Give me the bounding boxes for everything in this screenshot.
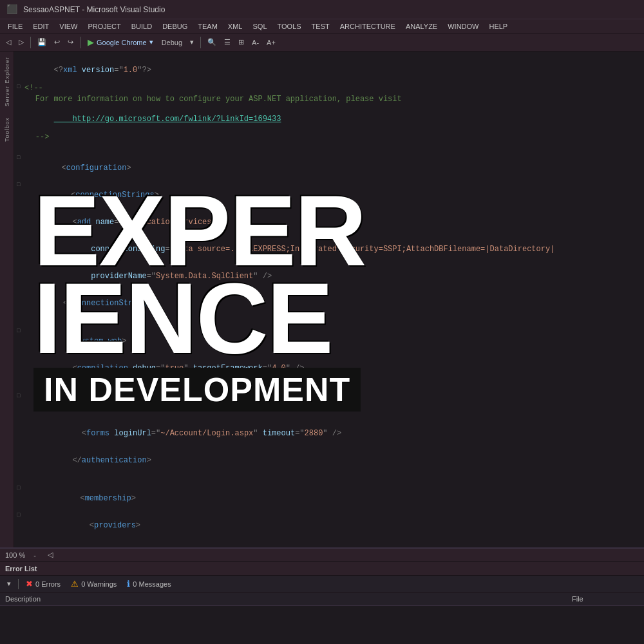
save-button[interactable]: 💾	[34, 37, 50, 48]
message-icon: ℹ	[127, 579, 130, 589]
code-line-23: <clear/>	[14, 539, 644, 547]
zoom-in-button[interactable]: A+	[263, 37, 279, 48]
menu-help[interactable]: HELP	[484, 21, 513, 32]
code-line-22: □ <providers>	[14, 512, 644, 539]
zoom-level: 100 %	[5, 551, 25, 559]
menu-tools[interactable]: TOOLS	[272, 21, 307, 32]
run-browser-label: Google Chrome	[97, 39, 147, 46]
format-button[interactable]: ☰	[221, 37, 234, 48]
code-line-7: □ <configuration>	[14, 155, 644, 182]
code-line-1: <?xml version="1.0"?>	[14, 57, 644, 84]
error-toolbar: ▾ ✖ 0 Errors ⚠ 0 Warnings ℹ 0 Messages	[0, 576, 644, 592]
zoom-out-button[interactable]: A-	[249, 37, 262, 48]
run-dropdown-icon[interactable]: ▾	[149, 38, 153, 46]
code-line-5: -->	[14, 133, 644, 144]
error-list-header: Error List	[0, 562, 644, 576]
code-line-6	[14, 144, 644, 155]
mode-dropdown[interactable]: ▾	[187, 37, 197, 48]
status-bar: 100 % - ◁	[0, 549, 644, 562]
mode-label: Debug	[158, 37, 185, 48]
forward-button[interactable]: ▷	[15, 37, 27, 48]
menu-bar: FILE EDIT VIEW PROJECT BUILD DEBUG TEAM …	[0, 19, 644, 33]
redo-button[interactable]: ↪	[64, 37, 77, 48]
error-list-title: Error List	[5, 565, 37, 573]
warnings-filter-button[interactable]: ⚠ 0 Warnings	[68, 578, 120, 590]
window-title: SessaoASPNET - Microsoft Visual Studio	[23, 5, 165, 14]
toolbar-separator-1	[30, 37, 31, 48]
toolbox-label[interactable]: Toolbox	[4, 112, 10, 147]
menu-analyze[interactable]: ANALYZE	[401, 21, 442, 32]
error-icon: ✖	[26, 579, 33, 589]
menu-project[interactable]: PROJECT	[82, 21, 126, 32]
description-column-header: Description	[0, 594, 567, 604]
messages-filter-button[interactable]: ℹ 0 Messages	[124, 578, 174, 590]
code-line-13	[14, 317, 644, 328]
menu-window[interactable]: WINDOW	[442, 21, 484, 32]
errors-filter-button[interactable]: ✖ 0 Errors	[23, 578, 64, 590]
code-line-8: □ <connectionStrings>	[14, 182, 644, 209]
code-line-14: □ <system.web>	[14, 328, 644, 355]
error-table: Description File	[0, 592, 644, 644]
menu-team[interactable]: TEAM	[193, 21, 223, 32]
menu-sql[interactable]: SQL	[247, 21, 272, 32]
bottom-panel: 100 % - ◁ Error List ▾ ✖ 0 Errors ⚠ 0 Wa…	[0, 547, 644, 644]
col-button[interactable]: ⊞	[235, 37, 247, 48]
code-line-3: For more information on how to configure…	[14, 95, 644, 106]
run-button[interactable]: ▶ Google Chrome ▾	[84, 36, 157, 48]
menu-debug[interactable]: DEBUG	[157, 21, 193, 32]
undo-button[interactable]: ↩	[51, 37, 63, 48]
title-bar: ⬛ SessaoASPNET - Microsoft Visual Studio	[0, 0, 644, 19]
back-button[interactable]: ◁	[3, 37, 14, 48]
zoom-increase-button[interactable]: ◁	[44, 549, 56, 560]
search-button[interactable]: 🔍	[204, 37, 220, 48]
code-line-18: <forms loginUrl="~/Account/Login.aspx" t…	[14, 420, 644, 447]
menu-view[interactable]: VIEW	[54, 21, 82, 32]
menu-file[interactable]: FILE	[3, 21, 28, 32]
toolbar: ◁ ▷ 💾 ↩ ↪ ▶ Google Chrome ▾ Debug ▾ 🔍 ☰ …	[0, 33, 644, 52]
code-line-17: □ <authentication mode="Forms">	[14, 393, 644, 420]
filter-button[interactable]: ▾	[4, 578, 14, 589]
code-line-15: <compilation debug="true" targetFramewor…	[14, 355, 644, 382]
left-sidebar: Server Explorer Toolbox	[0, 52, 14, 547]
code-line-11: providerName="System.Data.SqlClient" />	[14, 263, 644, 290]
server-explorer-label[interactable]: Server Explorer	[4, 52, 10, 112]
code-line-20	[14, 474, 644, 485]
code-line-12: </connectionStrings>	[14, 290, 644, 317]
code-line-4: http://go.microsoft.com/fwlink/?LinkId=1…	[14, 106, 644, 133]
code-line-9: <add name="ApplicationServices"	[14, 209, 644, 236]
menu-edit[interactable]: EDIT	[28, 21, 54, 32]
code-editor[interactable]: <?xml version="1.0"?> □ <!-- For more in…	[14, 52, 644, 547]
warning-icon: ⚠	[71, 579, 79, 589]
code-line-16	[14, 382, 644, 393]
code-line-21: □ <membership>	[14, 485, 644, 512]
zoom-decrease-button[interactable]: -	[30, 550, 39, 560]
filter-separator	[18, 579, 19, 589]
menu-xml[interactable]: XML	[223, 21, 248, 32]
vs-icon: ⬛	[6, 4, 18, 15]
main-area: Server Explorer Toolbox <?xml version="1…	[0, 52, 644, 547]
toolbar-separator-2	[80, 37, 80, 48]
menu-build[interactable]: BUILD	[126, 21, 157, 32]
code-line-2: □ <!--	[14, 84, 644, 95]
menu-architecture[interactable]: ARCHITECTURE	[335, 21, 401, 32]
code-line-10: connectionString="data source=.\SQLEXPRE…	[14, 236, 644, 263]
code-line-19: </authentication>	[14, 447, 644, 474]
error-table-header: Description File	[0, 592, 644, 606]
toolbar-separator-3	[200, 37, 201, 48]
menu-test[interactable]: TEST	[307, 21, 335, 32]
play-icon: ▶	[88, 37, 94, 47]
file-column-header: File	[567, 594, 644, 604]
errors-count: 0 Errors	[35, 580, 61, 588]
warnings-count: 0 Warnings	[81, 580, 117, 588]
messages-count: 0 Messages	[133, 580, 171, 588]
